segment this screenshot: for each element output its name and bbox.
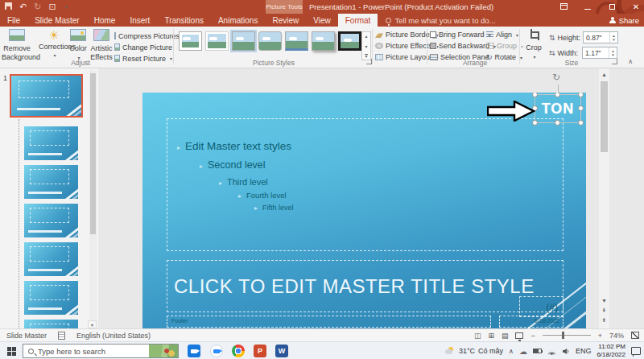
clock[interactable]: 11:02 PM 6/18/2022: [597, 343, 625, 358]
picture-style-option[interactable]: [179, 31, 202, 51]
bullet-level-1[interactable]: ▸Edit Master text styles: [177, 140, 563, 152]
picture-style-option[interactable]: [232, 31, 255, 51]
picture-style-option[interactable]: [338, 31, 361, 51]
tab-insert[interactable]: Insert: [122, 14, 157, 27]
scrollbar-thumb[interactable]: [601, 81, 608, 152]
group-button[interactable]: Group ▾: [486, 41, 523, 51]
selection-handle[interactable]: [578, 93, 584, 97]
panel-scroll-down-button[interactable]: ▾: [88, 320, 97, 328]
layout-thumbnail[interactable]: [24, 165, 78, 199]
zoom-level-label[interactable]: 74%: [609, 332, 624, 340]
powerpoint-icon[interactable]: P: [254, 345, 266, 357]
search-highlight-image[interactable]: [149, 344, 178, 358]
restore-button[interactable]: [605, 2, 618, 11]
fit-to-window-button[interactable]: [631, 332, 639, 339]
annotation-arrow-shape[interactable]: [487, 101, 535, 122]
tab-review[interactable]: Review: [265, 14, 306, 27]
artistic-effects-button[interactable]: Artistic Effects: [89, 29, 114, 61]
align-button[interactable]: Align ▾: [486, 30, 523, 39]
color-button[interactable]: Color ▾: [68, 29, 89, 61]
next-slide-button[interactable]: ⇟: [599, 316, 609, 324]
layout-thumbnail[interactable]: [24, 204, 78, 237]
selection-handle[interactable]: [578, 120, 584, 126]
tray-expand-icon[interactable]: ∧: [509, 348, 514, 355]
bullet-level-3[interactable]: ▸Third level: [219, 177, 563, 187]
battery-icon[interactable]: [533, 349, 542, 353]
picture-style-option[interactable]: [205, 31, 229, 51]
save-button[interactable]: [5, 2, 12, 11]
height-spinner[interactable]: 0.87" ▴▾: [583, 31, 618, 43]
slide-sorter-view-button[interactable]: ⊞: [488, 332, 494, 340]
normal-view-button[interactable]: ◫: [474, 332, 481, 340]
bullet-level-5[interactable]: ▸Fifth level: [254, 204, 563, 212]
start-button[interactable]: [7, 347, 16, 356]
spinner-arrows-icon[interactable]: ▴▾: [609, 32, 617, 43]
slide-number-placeholder[interactable]: (#): [519, 296, 564, 317]
onedrive-icon[interactable]: ☁: [519, 347, 527, 356]
tab-transitions[interactable]: Transitions: [157, 14, 211, 27]
language-indicator[interactable]: ENG: [576, 347, 592, 355]
word-icon[interactable]: W: [275, 345, 288, 357]
corrections-button[interactable]: ☀ Corrections ▾: [39, 29, 69, 60]
selection-handle[interactable]: [555, 120, 560, 126]
compress-pictures-button[interactable]: Compress Pictures: [114, 31, 172, 41]
zoom-slider[interactable]: [543, 335, 591, 336]
width-spinner[interactable]: 1.17" ▴▾: [582, 47, 617, 59]
bullet-level-2[interactable]: ▸Second level: [200, 159, 563, 171]
weather-temp[interactable]: 31°C: [459, 347, 475, 355]
weather-condition[interactable]: Có mây: [478, 347, 503, 355]
minimize-button[interactable]: [581, 2, 594, 11]
qat-customize-button[interactable]: ▾: [65, 4, 68, 10]
layout-thumbnail[interactable]: [24, 126, 78, 160]
selected-logo-picture[interactable]: TON: [535, 94, 581, 123]
body-placeholder[interactable]: ▸Edit Master text styles ▸Second level ▸…: [167, 118, 564, 251]
proofing-icon[interactable]: [58, 332, 65, 340]
zoom-app-icon[interactable]: [210, 345, 223, 357]
vertical-scrollbar[interactable]: ▲ ▼ ⇞ ⇟: [599, 68, 609, 328]
speaker-icon[interactable]: [562, 348, 570, 355]
redo-button[interactable]: ↻: [34, 0, 41, 14]
reading-view-button[interactable]: ▤: [502, 332, 509, 340]
remove-background-button[interactable]: Remove Background: [2, 29, 32, 61]
video-app-icon[interactable]: [188, 345, 200, 357]
weather-icon[interactable]: [445, 349, 453, 354]
tab-format[interactable]: Format: [338, 14, 378, 27]
crop-button[interactable]: Crop ▾: [522, 29, 546, 60]
previous-slide-button[interactable]: ⇞: [599, 306, 609, 315]
start-presentation-button[interactable]: ⊡: [48, 0, 56, 14]
zoom-slider-thumb[interactable]: [562, 332, 564, 339]
tab-animations[interactable]: Animations: [211, 14, 265, 27]
share-button[interactable]: Share: [609, 14, 639, 27]
title-placeholder[interactable]: CLICK TO EDIT MASTER TITLE STYLE: [167, 260, 564, 312]
gallery-down-button[interactable]: ▾: [365, 43, 367, 49]
action-center-icon[interactable]: [631, 347, 641, 355]
slideshow-view-button[interactable]: [515, 332, 523, 339]
layout-thumbnail[interactable]: [24, 281, 78, 315]
panel-scrollbar-thumb[interactable]: [90, 73, 96, 234]
tab-slide-master[interactable]: Slide Master: [27, 14, 87, 27]
scroll-up-button[interactable]: ▲: [599, 70, 609, 79]
ribbon-display-options-button[interactable]: [557, 2, 570, 11]
bullet-level-4[interactable]: ▸Fourth level: [238, 191, 563, 200]
tell-me-box[interactable]: Tell me what you want to do...: [378, 14, 495, 27]
picture-style-option[interactable]: [258, 31, 282, 51]
picture-styles-dialog-launcher[interactable]: [366, 59, 372, 64]
slide-master-thumbnail[interactable]: [11, 76, 81, 116]
tab-view[interactable]: View: [306, 14, 338, 27]
layout-thumbnail[interactable]: [24, 242, 78, 276]
slide-master-editing-surface[interactable]: ▸Edit Master text styles ▸Second level ▸…: [142, 93, 586, 328]
rotate-handle-icon[interactable]: ↻: [552, 72, 560, 83]
undo-button[interactable]: ↶: [19, 0, 27, 14]
size-dialog-launcher[interactable]: [612, 59, 617, 64]
gallery-up-button[interactable]: ▴: [365, 33, 367, 39]
reset-picture-button[interactable]: Reset Picture ▾: [114, 53, 172, 64]
selection-handle[interactable]: [578, 105, 584, 111]
picture-style-option[interactable]: [285, 31, 308, 51]
taskbar-search-box[interactable]: Type here to search: [23, 344, 179, 358]
date-placeholder[interactable]: 6/18/2022: [499, 316, 564, 328]
change-picture-button[interactable]: Change Picture: [114, 42, 172, 52]
collapse-ribbon-button[interactable]: ∧: [628, 58, 633, 65]
zoom-in-button[interactable]: +: [598, 332, 602, 340]
picture-style-option[interactable]: [312, 31, 335, 51]
spinner-arrows-icon[interactable]: ▴▾: [609, 47, 617, 58]
